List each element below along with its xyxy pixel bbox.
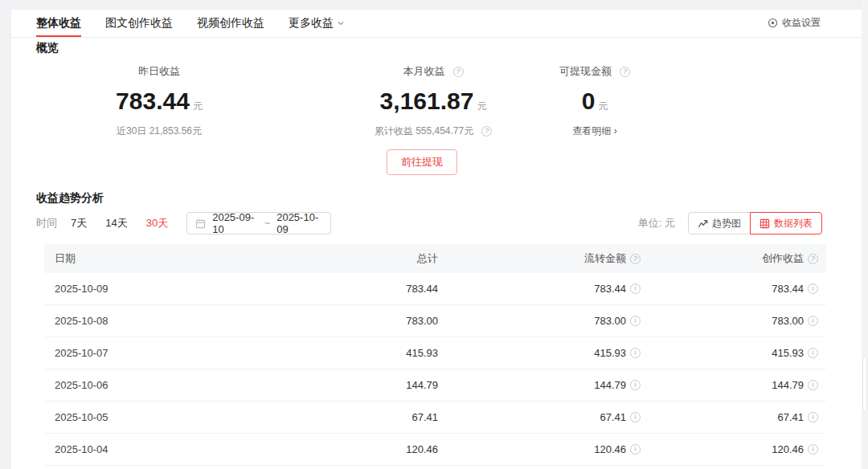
cell-flow: 120.46 <box>594 443 626 455</box>
help-icon[interactable] <box>808 254 818 264</box>
cell-create: 120.46 <box>772 443 804 455</box>
stat-label: 昨日收益 <box>138 64 180 79</box>
stat-subtext: 累计收益 555,454.77元 <box>375 124 473 138</box>
overview-title: 概览 <box>36 41 59 55</box>
trend-filter-row: 时间 7天 14天 30天 2025-09-10 ~ 2025-10-09 <box>36 212 331 234</box>
stat-withdrawable-amount: 可提现金额 0元 查看明细 › <box>482 64 707 138</box>
tab-article-earnings[interactable]: 图文创作收益 <box>105 10 173 37</box>
info-icon[interactable] <box>808 412 818 422</box>
trend-title: 收益趋势分析 <box>36 191 104 206</box>
range-30d[interactable]: 30天 <box>146 216 168 230</box>
info-icon[interactable] <box>808 380 818 390</box>
stat-subtext: 近30日 21,853.56元 <box>117 124 202 138</box>
stat-yesterday-earnings: 昨日收益 783.44元 近30日 21,853.56元 <box>47 64 272 138</box>
cell-total: 783.00 <box>285 315 438 327</box>
calendar-icon <box>195 218 206 229</box>
settings-label: 收益设置 <box>782 16 821 30</box>
info-icon[interactable] <box>808 348 818 358</box>
tab-label: 整体收益 <box>36 16 81 31</box>
cell-create: 415.93 <box>772 347 804 359</box>
settings-icon <box>768 18 778 28</box>
trend-view-controls: 单位: 元 趋势图 数据列表 <box>638 212 822 234</box>
unit-label: 单位: 元 <box>638 216 675 230</box>
stat-unit: 元 <box>193 100 203 112</box>
info-icon[interactable] <box>630 348 641 358</box>
cell-flow: 415.93 <box>594 347 626 359</box>
info-icon[interactable] <box>808 444 818 455</box>
tab-video-earnings[interactable]: 视频创作收益 <box>197 10 264 37</box>
scrollbar-thumb[interactable] <box>862 356 867 412</box>
cell-date: 2025-10-08 <box>44 315 285 327</box>
table-row: 2025-10-07 415.93 415.93 415.93 <box>44 337 826 369</box>
tab-label: 图文创作收益 <box>105 16 173 31</box>
table-row: 2025-10-08 783.00 783.00 783.00 <box>44 305 826 337</box>
withdraw-button[interactable]: 前往提现 <box>387 149 457 175</box>
cell-create: 783.44 <box>772 283 804 295</box>
stat-label: 可提现金额 <box>559 64 612 79</box>
data-list-view-button[interactable]: 数据列表 <box>750 212 822 234</box>
col-header-create: 创作收益 <box>762 251 804 266</box>
view-details-link[interactable]: 查看明细 › <box>482 124 707 138</box>
time-filter-label: 时间 <box>36 216 57 230</box>
help-icon[interactable] <box>453 67 464 77</box>
main-panel: 整体收益 图文创作收益 视频创作收益 更多收益 收益设置 概览 昨日收益 <box>11 10 862 469</box>
top-nav: 整体收益 图文创作收益 视频创作收益 更多收益 收益设置 <box>11 10 862 38</box>
stat-value: 0 <box>582 88 596 114</box>
tab-label: 更多收益 <box>289 16 334 31</box>
tab-more-earnings[interactable]: 更多收益 <box>289 10 345 37</box>
cell-create: 67.41 <box>777 411 804 423</box>
cell-total: 120.46 <box>285 443 438 455</box>
help-icon[interactable] <box>620 67 630 77</box>
date-range-picker[interactable]: 2025-09-10 ~ 2025-10-09 <box>186 212 331 234</box>
earnings-settings-button[interactable]: 收益设置 <box>768 10 821 36</box>
chevron-down-icon <box>337 19 345 27</box>
cell-total: 144.79 <box>285 379 438 391</box>
stat-value: 783.44 <box>116 88 190 114</box>
cell-date: 2025-10-07 <box>44 347 285 359</box>
col-header-flow: 流转金额 <box>584 251 626 266</box>
cell-date: 2025-10-06 <box>44 379 285 391</box>
cell-date: 2025-10-04 <box>44 443 285 455</box>
date-separator: ~ <box>264 218 270 229</box>
date-end: 2025-10-09 <box>276 211 322 235</box>
table-header: 日期 总计 流转金额 创作收益 <box>44 244 826 273</box>
cell-date: 2025-10-05 <box>44 411 285 423</box>
stat-label: 本月收益 <box>403 64 445 79</box>
trend-chart-view-button[interactable]: 趋势图 <box>688 212 751 234</box>
cell-total: 783.44 <box>285 283 438 295</box>
scrollbar-track[interactable] <box>862 0 868 469</box>
table-row: 2025-10-04 120.46 120.46 120.46 <box>44 434 826 466</box>
stat-unit: 元 <box>598 100 608 112</box>
table-grid-icon <box>760 218 770 229</box>
date-start: 2025-09-10 <box>212 211 258 235</box>
table-row: 2025-10-06 144.79 144.79 144.79 <box>44 369 826 402</box>
table-row: 2025-10-05 67.41 67.41 67.41 <box>44 402 826 434</box>
info-icon[interactable] <box>630 444 641 455</box>
cell-flow: 144.79 <box>594 379 626 391</box>
tab-label: 视频创作收益 <box>197 16 264 31</box>
cell-flow: 783.00 <box>594 315 626 327</box>
range-7d[interactable]: 7天 <box>71 216 87 230</box>
cell-total: 67.41 <box>285 411 438 423</box>
info-icon[interactable] <box>630 412 641 422</box>
view-button-label: 趋势图 <box>712 217 741 230</box>
tab-overall-earnings[interactable]: 整体收益 <box>36 10 81 37</box>
earnings-table: 日期 总计 流转金额 创作收益 2025-10-09 783.44 783.44… <box>44 244 826 466</box>
col-header-date: 日期 <box>44 251 285 266</box>
info-icon[interactable] <box>630 380 641 390</box>
info-icon[interactable] <box>808 283 818 294</box>
cell-flow: 783.44 <box>594 283 626 295</box>
info-icon[interactable] <box>808 316 818 326</box>
cell-create: 144.79 <box>772 379 804 391</box>
table-row: 2025-10-09 783.44 783.44 783.44 <box>44 273 826 305</box>
line-chart-icon <box>698 218 708 229</box>
cell-date: 2025-10-09 <box>44 283 285 295</box>
info-icon[interactable] <box>630 283 641 294</box>
view-button-label: 数据列表 <box>774 217 813 230</box>
col-header-total: 总计 <box>285 251 438 266</box>
info-icon[interactable] <box>630 316 641 326</box>
cell-total: 415.93 <box>285 347 438 359</box>
range-14d[interactable]: 14天 <box>105 216 127 230</box>
help-icon[interactable] <box>630 254 641 264</box>
cell-flow: 67.41 <box>600 411 626 423</box>
